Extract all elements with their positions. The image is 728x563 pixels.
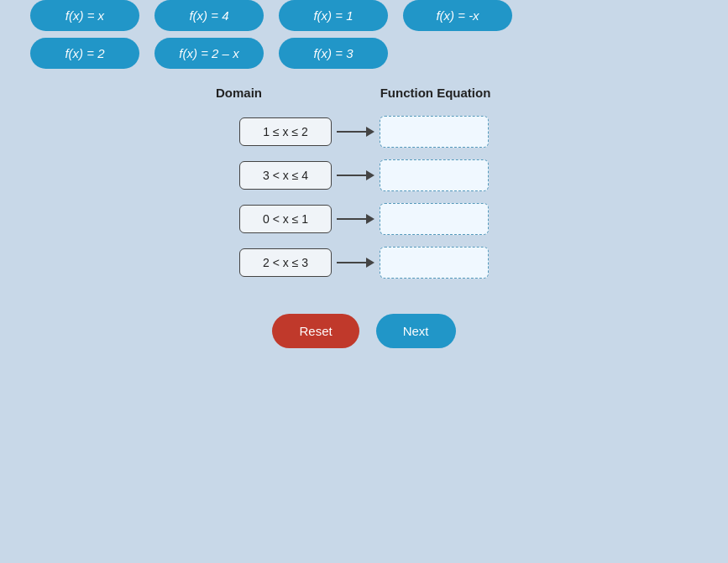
table-row: 1 ≤ x ≤ 2: [239, 116, 489, 148]
arrow-3: [337, 214, 374, 224]
btn-fx-x[interactable]: f(x) = x: [30, 0, 139, 31]
btn-fx-2[interactable]: f(x) = 2: [30, 38, 139, 69]
column-headers: Domain Function Equation: [0, 86, 728, 101]
btn-fx-2minusx[interactable]: f(x) = 2 – x: [155, 38, 264, 69]
arrow-1: [337, 127, 374, 137]
table-row: 2 < x ≤ 3: [239, 247, 489, 279]
matching-area: 1 ≤ x ≤ 2 3 < x ≤ 4 0 < x ≤ 1 2 < x ≤ 3: [0, 116, 728, 290]
answer-box-4[interactable]: [380, 247, 489, 279]
domain-box-1: 1 ≤ x ≤ 2: [239, 117, 332, 146]
answer-box-2[interactable]: [380, 159, 489, 191]
btn-fx-1[interactable]: f(x) = 1: [279, 0, 388, 31]
table-row: 3 < x ≤ 4: [239, 159, 489, 191]
domain-box-4: 2 < x ≤ 3: [239, 248, 332, 277]
function-buttons-row2: f(x) = 2 f(x) = 2 – x f(x) = 3: [0, 38, 728, 69]
function-buttons-row1: f(x) = x f(x) = 4 f(x) = 1 f(x) = -x: [0, 0, 728, 31]
btn-fx-3[interactable]: f(x) = 3: [279, 38, 388, 69]
function-equation-header: Function Equation: [380, 86, 491, 100]
btn-fx-4[interactable]: f(x) = 4: [155, 0, 264, 31]
answer-box-1[interactable]: [380, 116, 489, 148]
reset-button[interactable]: Reset: [272, 314, 359, 348]
action-buttons: Reset Next: [0, 314, 728, 348]
btn-fx-negx[interactable]: f(x) = -x: [403, 0, 512, 31]
domain-box-3: 0 < x ≤ 1: [239, 205, 332, 233]
arrow-2: [337, 170, 374, 180]
domain-column: 1 ≤ x ≤ 2 3 < x ≤ 4 0 < x ≤ 1 2 < x ≤ 3: [239, 116, 489, 290]
domain-box-2: 3 < x ≤ 4: [239, 161, 332, 190]
table-row: 0 < x ≤ 1: [239, 203, 489, 235]
answer-box-3[interactable]: [380, 203, 489, 235]
next-button[interactable]: Next: [376, 314, 456, 348]
domain-header: Domain: [216, 86, 262, 100]
arrow-4: [337, 258, 374, 268]
